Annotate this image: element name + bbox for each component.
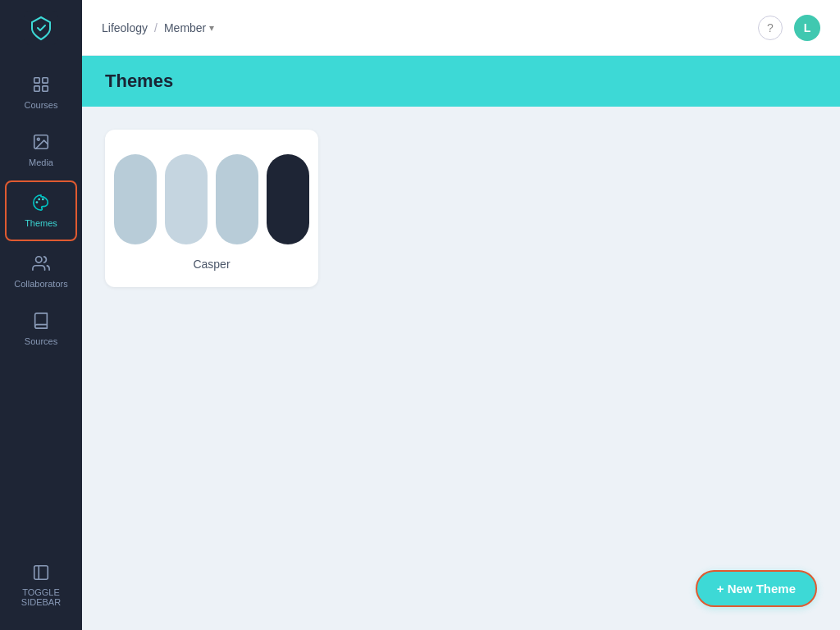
- sidebar-item-themes[interactable]: Themes: [5, 180, 77, 241]
- sources-label: Sources: [25, 336, 57, 346]
- toggle-sidebar-label: TOGGLE SIDEBAR: [21, 587, 61, 607]
- themes-label: Themes: [25, 218, 57, 228]
- svg-point-8: [38, 199, 40, 201]
- sidebar-navigation: Courses Media Themes Collaborators: [0, 56, 82, 554]
- svg-rect-2: [43, 78, 48, 83]
- themes-grid: Casper: [105, 130, 817, 287]
- swatch-3: [216, 154, 258, 244]
- swatch-4: [267, 154, 309, 244]
- topbar: Lifeology / Member ▾ ? L: [82, 0, 840, 56]
- sidebar-logo: [0, 0, 82, 56]
- media-icon: [32, 133, 50, 153]
- theme-name-casper: Casper: [193, 258, 230, 271]
- main-content: Lifeology / Member ▾ ? L Themes: [82, 0, 840, 630]
- svg-rect-3: [34, 86, 39, 91]
- svg-point-10: [36, 257, 42, 262]
- sidebar-item-courses[interactable]: Courses: [0, 64, 82, 121]
- svg-point-6: [37, 138, 39, 140]
- chevron-down-icon: ▾: [209, 22, 214, 34]
- help-button[interactable]: ?: [758, 16, 783, 40]
- avatar[interactable]: L: [794, 15, 820, 41]
- sidebar-item-collaborators[interactable]: Collaborators: [0, 243, 82, 300]
- swatch-2: [165, 154, 208, 244]
- svg-rect-11: [34, 566, 48, 580]
- page-header: Themes: [82, 56, 840, 107]
- svg-point-9: [42, 199, 44, 201]
- svg-rect-4: [43, 86, 48, 91]
- sidebar: Courses Media Themes Collaborators: [0, 0, 82, 630]
- breadcrumb: Lifeology / Member ▾: [102, 21, 214, 34]
- content-area: Casper + New Theme: [82, 107, 840, 630]
- page-title: Themes: [105, 71, 817, 92]
- sidebar-item-sources[interactable]: Sources: [0, 300, 82, 358]
- media-label: Media: [29, 158, 53, 167]
- themes-icon: [32, 194, 50, 214]
- sidebar-bottom: TOGGLE SIDEBAR: [0, 554, 82, 630]
- sidebar-item-media[interactable]: Media: [0, 121, 82, 179]
- svg-point-7: [36, 201, 39, 203]
- topbar-right: ? L: [758, 15, 820, 41]
- new-theme-button[interactable]: + New Theme: [696, 570, 817, 607]
- theme-swatches: [114, 146, 309, 244]
- svg-rect-1: [34, 78, 39, 83]
- toggle-sidebar-button[interactable]: TOGGLE SIDEBAR: [0, 554, 82, 617]
- sources-icon: [32, 312, 50, 332]
- breadcrumb-current: Member: [164, 21, 206, 34]
- swatch-1: [114, 154, 157, 244]
- breadcrumb-member[interactable]: Member ▾: [164, 21, 214, 34]
- theme-card-casper[interactable]: Casper: [105, 130, 318, 287]
- courses-icon: [32, 75, 50, 96]
- app-logo-icon: [24, 11, 58, 45]
- toggle-sidebar-icon: [32, 564, 50, 583]
- courses-label: Courses: [25, 100, 58, 110]
- breadcrumb-separator: /: [154, 21, 158, 34]
- breadcrumb-root: Lifeology: [102, 21, 148, 34]
- collaborators-label: Collaborators: [14, 279, 67, 289]
- collaborators-icon: [32, 254, 50, 275]
